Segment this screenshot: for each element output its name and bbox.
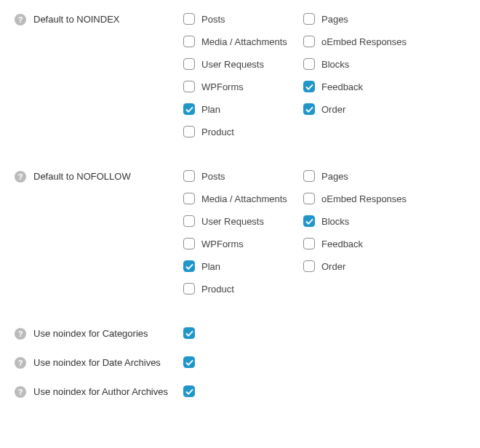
option-label: oEmbed Responses — [321, 36, 407, 47]
checkbox[interactable] — [183, 36, 195, 47]
setting-label: Use noindex for Categories — [33, 327, 148, 340]
check-icon — [185, 359, 193, 367]
help-icon[interactable]: ? — [15, 386, 26, 398]
single-check — [183, 356, 201, 368]
checkbox[interactable] — [303, 81, 315, 92]
option-label: Blocks — [321, 216, 349, 227]
checkbox[interactable] — [303, 58, 315, 70]
label-col: ? Use noindex for Date Archives — [15, 356, 183, 369]
option-label: Order — [321, 104, 345, 115]
label-col: ? Use noindex for Categories — [15, 327, 183, 340]
option-item: Blocks — [303, 215, 423, 227]
checkbox[interactable] — [303, 103, 315, 115]
help-icon[interactable]: ? — [15, 357, 26, 369]
option-label: User Requests — [201, 216, 264, 227]
checkbox[interactable] — [183, 193, 195, 204]
setting-noindex: ? Default to NOINDEX PostsPagesMedia / A… — [15, 13, 465, 148]
option-item: User Requests — [183, 58, 303, 70]
checkbox-categories[interactable] — [183, 327, 195, 339]
option-label: Media / Attachments — [201, 36, 287, 47]
option-item: Media / Attachments — [183, 36, 303, 47]
option-label: Plan — [201, 261, 220, 272]
option-item: oEmbed Responses — [303, 193, 423, 204]
option-label: WPForms — [201, 239, 244, 249]
option-label: User Requests — [201, 59, 264, 70]
option-label: oEmbed Responses — [321, 193, 407, 204]
setting-label: Default to NOFOLLOW — [33, 170, 131, 183]
setting-label: Default to NOINDEX — [33, 13, 120, 26]
check-icon — [185, 388, 193, 396]
single-check — [183, 327, 201, 339]
option-label: Plan — [201, 104, 220, 115]
option-item: WPForms — [183, 238, 303, 249]
option-label: Pages — [321, 14, 348, 25]
option-item: Media / Attachments — [183, 193, 303, 204]
label-col: ? Use noindex for Author Archives — [15, 385, 183, 399]
setting-nofollow: ? Default to NOFOLLOW PostsPagesMedia / … — [15, 170, 465, 305]
option-label: Feedback — [321, 81, 363, 92]
help-icon[interactable]: ? — [15, 328, 26, 340]
option-item: Plan — [183, 260, 303, 272]
checkbox[interactable] — [303, 260, 315, 272]
check-icon — [305, 217, 313, 225]
option-label: Posts — [201, 14, 225, 25]
checkbox-author-archives[interactable] — [183, 385, 195, 397]
checkbox[interactable] — [183, 126, 195, 137]
help-icon[interactable]: ? — [15, 14, 26, 25]
option-item: Posts — [183, 13, 303, 25]
option-label: Pages — [321, 171, 348, 182]
checkbox[interactable] — [183, 170, 195, 182]
setting-author-archives: ? Use noindex for Author Archives — [15, 385, 465, 399]
checkbox[interactable] — [183, 103, 195, 115]
single-check — [183, 385, 201, 397]
option-label: Posts — [201, 171, 225, 182]
check-icon — [185, 263, 193, 271]
checkbox[interactable] — [183, 260, 195, 272]
checkbox[interactable] — [183, 81, 195, 92]
checkbox[interactable] — [303, 13, 315, 25]
checkbox[interactable] — [303, 238, 315, 249]
checkbox[interactable] — [303, 193, 315, 204]
setting-label: Use noindex for Author Archives — [33, 385, 168, 399]
option-label: Product — [201, 127, 234, 137]
option-item: Pages — [303, 170, 423, 182]
option-item: Order — [303, 260, 423, 272]
option-item: Product — [183, 283, 303, 295]
option-label: Order — [321, 261, 345, 272]
option-item: oEmbed Responses — [303, 36, 423, 47]
label-col: ? Default to NOINDEX — [15, 13, 183, 26]
setting-categories: ? Use noindex for Categories — [15, 327, 465, 340]
option-label: Product — [201, 284, 234, 295]
option-item: User Requests — [183, 215, 303, 227]
option-label: Feedback — [321, 239, 363, 249]
option-item: Blocks — [303, 58, 423, 70]
option-label: Blocks — [321, 59, 349, 70]
checkbox[interactable] — [183, 13, 195, 25]
options-noindex: PostsPagesMedia / AttachmentsoEmbed Resp… — [183, 13, 465, 148]
checkbox[interactable] — [303, 215, 315, 227]
option-item: Posts — [183, 170, 303, 182]
option-label: WPForms — [201, 81, 244, 92]
option-item: Plan — [183, 103, 303, 115]
checkbox[interactable] — [183, 238, 195, 249]
checkbox[interactable] — [303, 170, 315, 182]
option-item: WPForms — [183, 81, 303, 92]
setting-date-archives: ? Use noindex for Date Archives — [15, 356, 465, 369]
option-item: Feedback — [303, 238, 423, 249]
check-icon — [185, 329, 193, 337]
checkbox-date-archives[interactable] — [183, 356, 195, 368]
option-item: Order — [303, 103, 423, 115]
checkbox[interactable] — [303, 36, 315, 47]
check-icon — [185, 105, 193, 113]
label-col: ? Default to NOFOLLOW — [15, 170, 183, 183]
check-icon — [305, 83, 313, 91]
checkbox[interactable] — [183, 283, 195, 295]
checkbox[interactable] — [183, 215, 195, 227]
options-nofollow: PostsPagesMedia / AttachmentsoEmbed Resp… — [183, 170, 465, 305]
option-label: Media / Attachments — [201, 193, 287, 204]
setting-label: Use noindex for Date Archives — [33, 356, 161, 369]
option-item: Feedback — [303, 81, 423, 92]
help-icon[interactable]: ? — [15, 171, 26, 183]
option-item: Product — [183, 126, 303, 137]
checkbox[interactable] — [183, 58, 195, 70]
